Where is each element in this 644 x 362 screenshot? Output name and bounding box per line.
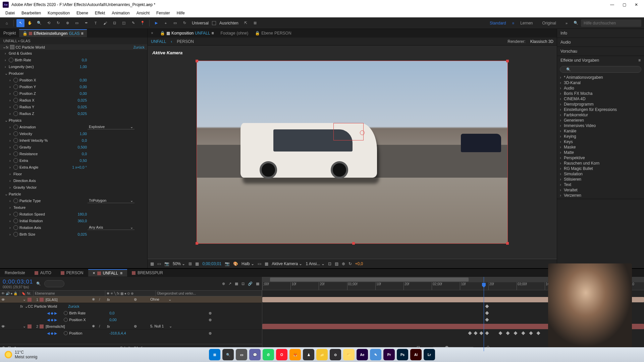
tl-icon[interactable]: 🔗 [248, 282, 253, 286]
ec-property-row[interactable]: ›Resistance0,0 [0, 150, 147, 157]
twirl-icon[interactable]: › [9, 98, 13, 102]
ec-property-row[interactable]: ›Radius Y0,025 [0, 104, 147, 110]
timeline-effect-row[interactable]: fx ⌄ CC Particle World Zurück [0, 303, 262, 310]
twirl-icon[interactable]: › [5, 65, 9, 69]
prop-value[interactable]: 360,0 [77, 219, 87, 223]
taskbar-app-search[interactable]: 🔍 [222, 349, 234, 360]
timeline-tab-bremsspur[interactable]: BREMSSPUR [127, 269, 168, 276]
workspace-lernen[interactable]: Lernen [517, 19, 536, 27]
pickwhip-icon[interactable]: ⊚ [209, 311, 212, 315]
stopwatch-icon[interactable] [13, 198, 18, 203]
resolution-dropdown[interactable]: Halb ⌄ [241, 261, 254, 266]
timeline-tab-auto[interactable]: AUTO [30, 269, 56, 276]
effects-category[interactable]: Maske [558, 144, 643, 150]
layer-twirl-icon[interactable]: ⌄ [22, 324, 26, 328]
taskbar-app-app1[interactable]: ♟ [303, 349, 314, 360]
effect-title-row[interactable]: ⌄ fx CC Particle World Zurück [0, 44, 147, 50]
tab-projekt[interactable]: Projekt [0, 29, 19, 37]
fx-enable-checkbox[interactable] [10, 45, 14, 49]
ec-property-row[interactable]: ›Texture [0, 204, 147, 211]
menu-hilfe[interactable]: Hilfe [173, 9, 188, 17]
stopwatch-icon[interactable] [13, 138, 18, 143]
snap-icon[interactable]: ⇱ [242, 19, 250, 27]
effects-category[interactable]: Immersives Video [558, 123, 643, 128]
footer-icon[interactable]: ▭ [157, 261, 161, 266]
panel-vorschau[interactable]: Vorschau [557, 47, 644, 56]
ec-property-row[interactable]: ›Extra0,50 [0, 157, 147, 164]
ec-property-row[interactable]: ›Particle TypeTriPolygon⌄ [0, 197, 147, 204]
ec-property-row[interactable]: ⌄Particle [0, 191, 147, 197]
twirl-icon[interactable]: › [9, 112, 13, 116]
home-icon[interactable]: ⌂ [3, 19, 11, 27]
panel-effects-presets[interactable]: Effekte und Vorgaben≡ [557, 56, 644, 65]
ec-property-row[interactable]: ⌄Physics [0, 117, 147, 124]
stopwatch-icon[interactable] [13, 158, 18, 163]
menu-fenster[interactable]: Fenster [153, 9, 173, 17]
taskbar-app-app3[interactable]: ✎ [370, 349, 381, 360]
prop-value[interactable]: 1 x+0,0 ° [72, 165, 87, 169]
effect-twirl-icon[interactable]: ⌄ [3, 45, 6, 49]
stopwatch-icon[interactable] [13, 84, 18, 89]
prop-value[interactable]: 0,0 [82, 152, 87, 156]
effects-category[interactable]: 3D-Kanal [558, 80, 643, 85]
taskbar-app-lr[interactable]: Lr [424, 349, 435, 360]
effect-reset-link[interactable]: Zurück [133, 45, 145, 49]
footer-icon[interactable]: ▭ [258, 261, 261, 266]
taskbar-app-ps[interactable]: Ps [397, 349, 408, 360]
roto-tool[interactable]: ✎ [129, 19, 137, 27]
layer-name[interactable]: [Bremslicht] [45, 324, 92, 328]
pickwhip-icon[interactable]: ⊚ [209, 331, 212, 336]
twirl-icon[interactable]: › [9, 85, 13, 89]
fx-icon[interactable]: fx [6, 45, 9, 49]
sub-reset-link[interactable]: Zurück [68, 304, 79, 308]
tab-menu-icon[interactable]: ≡ [81, 31, 84, 36]
effects-category[interactable]: Rauschen und Korn [558, 161, 643, 166]
twirl-icon[interactable]: › [9, 105, 13, 109]
twirl-icon[interactable]: › [9, 138, 13, 142]
twirl-icon[interactable]: › [9, 78, 13, 82]
camera-dropdown[interactable]: Aktive Kamera ⌄ [272, 261, 302, 266]
panel-audio[interactable]: Audio [557, 38, 644, 47]
twirl-icon[interactable]: › [9, 152, 13, 156]
prop-dropdown[interactable]: Any Axis⌄ [88, 225, 135, 230]
ec-property-row[interactable]: ›Gravity Vector [0, 184, 147, 191]
ec-property-row[interactable]: ›Radius Z0,025 [0, 110, 147, 117]
effects-category[interactable]: Stilisieren [558, 177, 643, 182]
menu-komposition[interactable]: Komposition [44, 9, 73, 17]
ec-property-row[interactable]: ›Longevity (sec)1,00 [0, 63, 147, 70]
ec-property-row[interactable]: ›Position Y0,00 [0, 83, 147, 90]
anchor-point-icon[interactable] [360, 130, 365, 135]
timeline-layer-row[interactable]: 👁 ⌄ 1 [GLAS] ✱ / fx ⊚ Ohne ⌄ [0, 296, 262, 303]
nav-person[interactable]: PERSON [177, 39, 194, 44]
twirl-icon[interactable]: › [9, 179, 13, 183]
prop-value[interactable]: 0,025 [77, 98, 87, 102]
stopwatch-icon[interactable] [13, 152, 18, 156]
effects-category[interactable]: Farbkorrektur [558, 112, 643, 118]
stopwatch-icon[interactable] [13, 145, 18, 149]
exposure-value[interactable]: +0,0 [355, 261, 363, 266]
effects-category[interactable]: Keys [558, 139, 643, 144]
visibility-icon[interactable]: 👁 [1, 298, 6, 302]
effects-category[interactable]: Boris FX Mocha [558, 91, 643, 96]
layer-color-chip[interactable] [28, 324, 32, 328]
effects-category[interactable]: Simulation [558, 171, 643, 177]
timeline-tab-renderliste[interactable]: Renderliste [0, 269, 30, 276]
twirl-icon[interactable]: ⌄ [5, 118, 9, 123]
footer-icon[interactable]: ▦ [265, 261, 268, 266]
footer-icon[interactable]: ▦ [195, 261, 199, 266]
panel-info[interactable]: Info [557, 29, 644, 38]
prop-value[interactable]: 0,025 [77, 105, 87, 109]
effects-category[interactable]: Keying [558, 134, 643, 139]
prop-value[interactable]: 180,0 [77, 212, 87, 216]
stopwatch-icon[interactable] [13, 91, 18, 96]
stopwatch-icon[interactable] [13, 225, 18, 230]
effects-category[interactable]: * Animationsvorgaben [558, 75, 643, 80]
hamburger-icon[interactable]: ≡ [512, 21, 514, 25]
effects-category[interactable]: Kanäle [558, 128, 643, 134]
effects-category[interactable]: Einstellungen für Expressions [558, 107, 643, 112]
brush-tool[interactable]: 🖌 [101, 19, 109, 27]
magnification-dropdown[interactable]: 50% ⌄ [173, 261, 185, 266]
prop-value[interactable]: 0,0 [109, 311, 114, 315]
ec-property-row[interactable]: ›Grid & Guides [0, 50, 147, 57]
footer-icon[interactable]: 📷 [164, 261, 169, 266]
